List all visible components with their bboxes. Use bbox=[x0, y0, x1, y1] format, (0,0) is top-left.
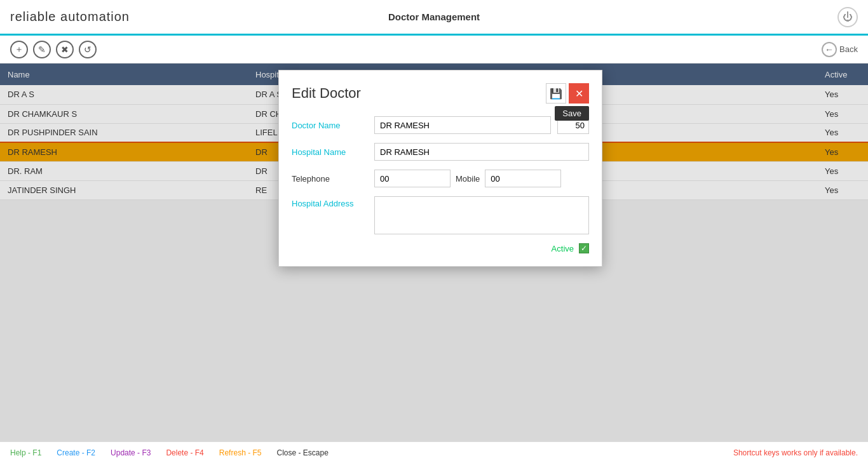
modal-actions: 💾 ✕ Save bbox=[546, 83, 589, 104]
delete-key: Delete - F4 bbox=[166, 448, 203, 457]
active-row: Active ✓ bbox=[292, 243, 589, 253]
doctor-name-label: Doctor Name bbox=[292, 121, 368, 130]
hospital-name-input[interactable] bbox=[374, 143, 589, 161]
save-disk-icon: 💾 bbox=[550, 88, 562, 100]
back-button[interactable]: ← Back bbox=[822, 42, 858, 57]
close-key: Close - Escape bbox=[276, 448, 328, 457]
modal-overlay: Edit Doctor 💾 ✕ Save Doctor Name bbox=[0, 64, 868, 441]
edit-button[interactable]: ✎ bbox=[33, 41, 51, 58]
hospital-name-label: Hospital Name bbox=[292, 147, 368, 157]
help-key: Help - F1 bbox=[10, 448, 41, 457]
close-icon: ✕ bbox=[575, 88, 583, 100]
refresh-button[interactable]: ↺ bbox=[79, 41, 97, 58]
modal-close-button[interactable]: ✕ bbox=[569, 83, 589, 104]
refresh-key: Refresh - F5 bbox=[219, 448, 262, 457]
add-button[interactable]: ＋ bbox=[10, 41, 28, 58]
active-label: Active bbox=[552, 244, 574, 253]
doctor-name-row: Doctor Name bbox=[292, 116, 589, 134]
telephone-input[interactable] bbox=[374, 170, 451, 187]
back-arrow-icon: ← bbox=[822, 42, 837, 57]
update-key: Update - F3 bbox=[111, 448, 151, 457]
main-content: Name Hospital/Clinic Telephone Address A… bbox=[0, 64, 868, 441]
page-title: Doctor Management bbox=[388, 11, 480, 22]
toolbar: ＋ ✎ ✖ ↺ ← Back bbox=[0, 36, 868, 64]
telephone-label: Telephone bbox=[292, 174, 368, 184]
hospital-name-row: Hospital Name bbox=[292, 143, 589, 161]
address-row: Hospital Address bbox=[292, 196, 589, 234]
delete-button[interactable]: ✖ bbox=[56, 41, 74, 58]
telephone-mobile-fields: Mobile bbox=[374, 170, 589, 187]
modal-header: Edit Doctor 💾 ✕ Save bbox=[292, 83, 589, 104]
address-label: Hospital Address bbox=[292, 196, 368, 208]
mobile-label: Mobile bbox=[456, 174, 480, 184]
create-key: Create - F2 bbox=[57, 448, 95, 457]
address-textarea[interactable] bbox=[374, 196, 589, 234]
edit-doctor-modal: Edit Doctor 💾 ✕ Save Doctor Name bbox=[278, 70, 602, 267]
mobile-input[interactable] bbox=[485, 170, 561, 187]
power-button[interactable]: ⏻ bbox=[837, 7, 858, 27]
checkmark-icon: ✓ bbox=[581, 244, 587, 253]
bottom-bar: Help - F1 Create - F2 Update - F3 Delete… bbox=[0, 441, 868, 463]
telephone-row: Telephone Mobile bbox=[292, 170, 589, 187]
shortcut-note: Shortcut keys works only if available. bbox=[733, 448, 858, 457]
save-tooltip: Save bbox=[555, 106, 589, 121]
doctor-name-input[interactable] bbox=[374, 116, 551, 134]
active-checkbox[interactable]: ✓ bbox=[579, 243, 589, 253]
modal-title: Edit Doctor bbox=[292, 85, 361, 102]
app-title: reliable automation bbox=[10, 10, 130, 24]
back-label: Back bbox=[839, 44, 858, 54]
modal-save-button[interactable]: 💾 bbox=[546, 83, 566, 104]
top-bar: reliable automation Doctor Management ⏻ bbox=[0, 0, 868, 36]
